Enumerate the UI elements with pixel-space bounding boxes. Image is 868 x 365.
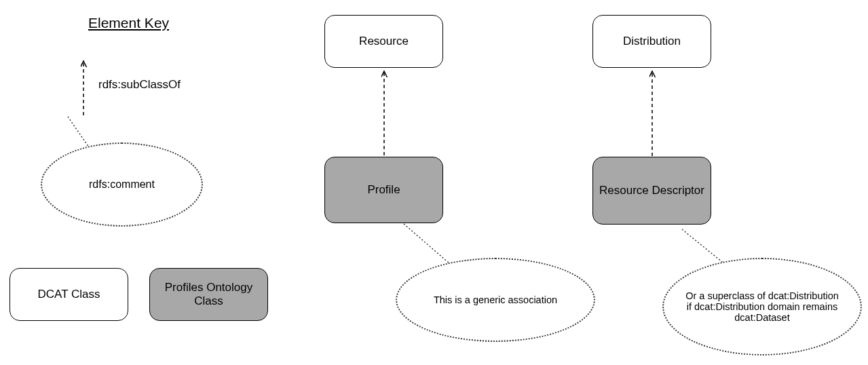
comment-ellipse-right: Or a superclass of dcat:Distribution if … — [662, 258, 862, 356]
comment-label-key: rdfs:comment — [89, 178, 155, 191]
dcat-class-box: DCAT Class — [10, 268, 128, 321]
resource-descriptor-label: Resource Descriptor — [599, 184, 704, 197]
comment-ellipse-key: rdfs:comment — [41, 142, 203, 227]
comment-right-text: Or a superclass of dcat:Distribution if … — [664, 290, 861, 323]
resource-label: Resource — [359, 35, 409, 48]
resource-descriptor-box: Resource Descriptor — [592, 157, 711, 225]
dcat-class-label: DCAT Class — [38, 288, 100, 301]
profiles-class-box: Profiles Ontology Class — [149, 268, 268, 321]
profile-label: Profile — [367, 183, 400, 197]
profile-box: Profile — [324, 157, 443, 223]
resource-box: Resource — [324, 15, 443, 68]
comment-ellipse-left: This is a generic association — [396, 258, 595, 342]
distribution-box: Distribution — [592, 15, 711, 68]
svg-line-3 — [404, 224, 455, 268]
distribution-label: Distribution — [623, 35, 681, 48]
subclass-label: rdfs:subClassOf — [98, 78, 181, 92]
diagram-title: Element Key — [88, 15, 169, 31]
comment-left-text: This is a generic association — [423, 294, 567, 305]
profiles-class-label: Profiles Ontology Class — [153, 281, 264, 308]
